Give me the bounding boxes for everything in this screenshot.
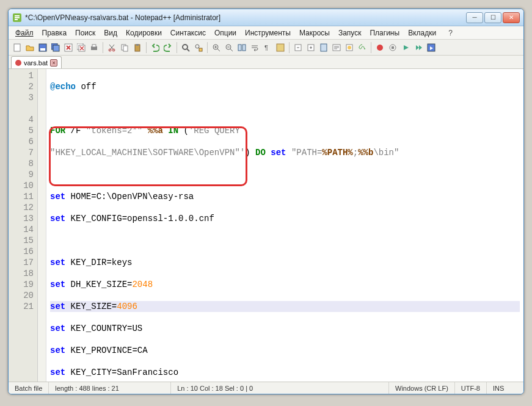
svg-rect-3 bbox=[15, 19, 18, 20]
sync-scroll-icon[interactable] bbox=[236, 42, 248, 54]
macro-record-icon[interactable] bbox=[374, 42, 386, 54]
svg-point-34 bbox=[348, 46, 351, 49]
svg-rect-22 bbox=[199, 48, 202, 51]
print-icon[interactable] bbox=[88, 42, 100, 54]
svg-rect-1 bbox=[15, 15, 20, 16]
close-all-icon[interactable] bbox=[75, 42, 87, 54]
indent-guide-icon[interactable] bbox=[274, 42, 286, 54]
redo-icon[interactable] bbox=[162, 42, 174, 54]
doc-list-icon[interactable] bbox=[330, 42, 343, 54]
macro-save-icon[interactable] bbox=[425, 42, 437, 54]
menu-search[interactable]: Поиск bbox=[71, 27, 100, 38]
status-mode: INS bbox=[487, 382, 523, 394]
save-all-icon[interactable] bbox=[49, 42, 62, 54]
tabbar: vars.bat × bbox=[9, 56, 523, 69]
minimize-button[interactable]: ─ bbox=[466, 12, 483, 23]
window-title: *C:\OpenVPN\easy-rsa\vars.bat - Notepad+… bbox=[25, 13, 466, 22]
status-language: Batch file bbox=[9, 382, 49, 394]
maximize-button[interactable]: ☐ bbox=[484, 12, 501, 23]
tab-close-icon[interactable]: × bbox=[50, 59, 57, 67]
menu-macro[interactable]: Макросы bbox=[295, 27, 334, 38]
replace-icon[interactable] bbox=[192, 42, 205, 54]
file-modified-icon bbox=[15, 60, 21, 66]
close-button[interactable]: ✕ bbox=[503, 12, 520, 23]
file-tab-label: vars.bat bbox=[24, 59, 48, 67]
status-eol: Windows (CR LF) bbox=[389, 382, 455, 394]
svg-rect-13 bbox=[92, 45, 96, 47]
svg-rect-28 bbox=[277, 44, 284, 51]
svg-rect-6 bbox=[40, 48, 45, 51]
word-wrap-icon[interactable] bbox=[249, 42, 261, 54]
open-file-icon[interactable] bbox=[24, 42, 36, 54]
titlebar: *C:\OpenVPN\easy-rsa\vars.bat - Notepad+… bbox=[9, 9, 523, 26]
status-length: length : 488 lines : 21 bbox=[49, 382, 171, 394]
menu-settings[interactable]: Опции bbox=[210, 27, 241, 38]
zoom-in-icon[interactable] bbox=[210, 42, 222, 54]
find-icon[interactable] bbox=[180, 42, 192, 54]
menu-plugins[interactable]: Плагины bbox=[365, 27, 404, 38]
status-position: Ln : 10 Col : 18 Sel : 0 | 0 bbox=[171, 382, 389, 394]
unfold-icon[interactable] bbox=[305, 42, 317, 54]
file-tab[interactable]: vars.bat × bbox=[11, 56, 62, 68]
menu-file[interactable]: Файл bbox=[11, 27, 38, 38]
line-numbers: 1 2 3 4 5 6 7 8 9 10 11 12 13 14 15 16 1… bbox=[9, 69, 38, 382]
show-all-chars-icon[interactable]: ¶ bbox=[261, 42, 274, 54]
new-file-icon[interactable] bbox=[11, 42, 23, 54]
menubar: Файл Правка Поиск Вид Кодировки Синтакси… bbox=[9, 26, 523, 40]
code-area[interactable]: @echo off FOR /F "tokens=2*" %%a IN ('RE… bbox=[46, 69, 523, 382]
statusbar: Batch file length : 488 lines : 21 Ln : … bbox=[9, 382, 523, 394]
save-icon[interactable] bbox=[37, 42, 49, 54]
window-controls: ─ ☐ ✕ bbox=[466, 12, 520, 23]
svg-text:¶: ¶ bbox=[264, 44, 268, 51]
svg-rect-17 bbox=[123, 46, 128, 51]
svg-rect-2 bbox=[15, 17, 20, 18]
svg-rect-4 bbox=[14, 44, 20, 51]
svg-point-35 bbox=[377, 45, 383, 51]
macro-play-icon[interactable] bbox=[399, 42, 412, 54]
toolbar: ¶ bbox=[9, 40, 523, 56]
cut-icon[interactable] bbox=[106, 42, 118, 54]
svg-rect-19 bbox=[136, 44, 139, 46]
svg-point-20 bbox=[183, 45, 188, 49]
paste-icon[interactable] bbox=[131, 42, 144, 54]
app-icon bbox=[12, 13, 22, 23]
menu-run[interactable]: Запуск bbox=[334, 27, 366, 38]
macro-multi-icon[interactable] bbox=[412, 42, 425, 54]
close-file-icon[interactable] bbox=[62, 42, 75, 54]
menu-tools[interactable]: Инструменты bbox=[241, 27, 295, 38]
zoom-out-icon[interactable] bbox=[223, 42, 235, 54]
copy-icon[interactable] bbox=[118, 42, 131, 54]
app-window: *C:\OpenVPN\easy-rsa\vars.bat - Notepad+… bbox=[8, 9, 524, 394]
editor[interactable]: 1 2 3 4 5 6 7 8 9 10 11 12 13 14 15 16 1… bbox=[9, 69, 523, 382]
svg-rect-25 bbox=[238, 45, 241, 51]
svg-rect-26 bbox=[242, 45, 246, 51]
macro-stop-icon[interactable] bbox=[387, 42, 399, 54]
fold-margin bbox=[38, 69, 46, 382]
fold-icon[interactable] bbox=[292, 42, 304, 54]
svg-rect-37 bbox=[392, 46, 394, 49]
monitor-icon[interactable] bbox=[356, 42, 368, 54]
status-encoding: UTF-8 bbox=[455, 382, 487, 394]
menu-view[interactable]: Вид bbox=[100, 27, 122, 38]
menu-help[interactable]: ? bbox=[444, 27, 457, 38]
svg-rect-31 bbox=[321, 44, 327, 51]
menu-encoding[interactable]: Кодировки bbox=[122, 27, 166, 38]
undo-icon[interactable] bbox=[149, 42, 161, 54]
function-list-icon[interactable] bbox=[343, 42, 355, 54]
menu-edit[interactable]: Правка bbox=[38, 27, 71, 38]
doc-map-icon[interactable] bbox=[318, 42, 330, 54]
menu-syntax[interactable]: Синтаксис bbox=[166, 27, 210, 38]
svg-rect-8 bbox=[53, 45, 59, 51]
menu-window[interactable]: Вкладки bbox=[404, 27, 440, 38]
